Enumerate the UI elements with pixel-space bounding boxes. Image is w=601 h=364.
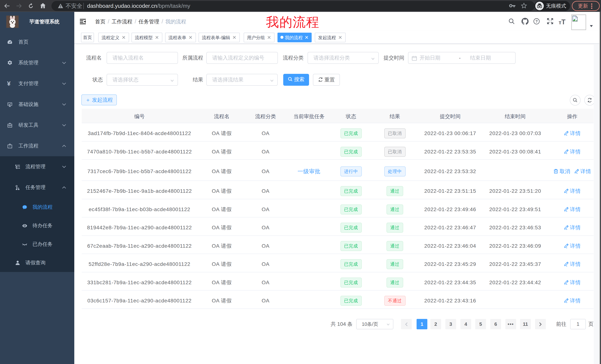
svg-text:?: ? xyxy=(535,19,538,23)
